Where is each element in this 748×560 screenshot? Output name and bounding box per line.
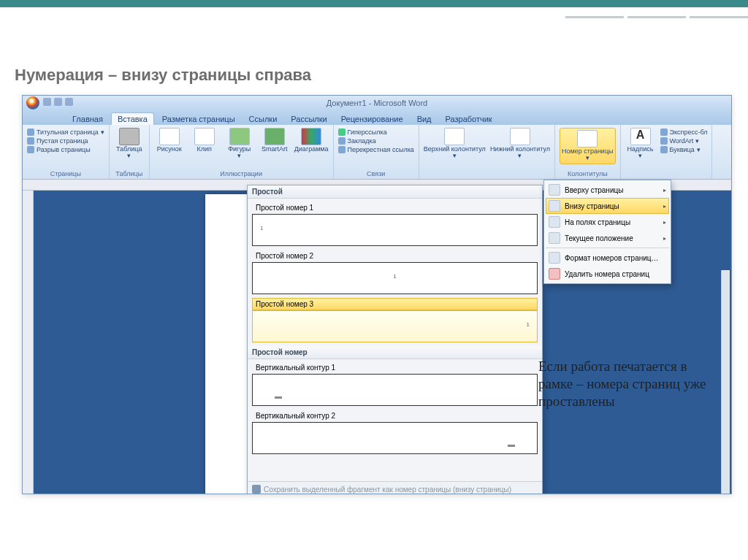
table-icon <box>119 128 140 145</box>
page-icon <box>27 137 34 145</box>
slide-title: Нумерация – внизу страницы справа <box>15 66 311 85</box>
crossref-icon <box>338 146 346 153</box>
table-button[interactable]: Таблица▾ <box>114 128 145 160</box>
slide-decorative-dashes <box>565 16 748 18</box>
page-bottom-icon <box>549 200 560 212</box>
dropcap-icon <box>660 146 668 153</box>
shapes-icon <box>229 128 250 145</box>
group-pages: Титульная страница ▾ Пустая страница Раз… <box>23 125 110 179</box>
gallery-item-plain-3[interactable]: Простой номер 3 1 <box>252 298 538 342</box>
gallery-section-shape: Простой номер <box>248 346 542 359</box>
submenu-remove-numbers[interactable]: Удалить номера страниц <box>546 266 669 282</box>
tab-view[interactable]: Вид <box>411 113 438 125</box>
word-window: Документ1 - Microsoft Word Главная Встав… <box>22 95 732 494</box>
gallery-save-selection[interactable]: Сохранить выделенный фрагмент как номер … <box>248 481 542 494</box>
footer-button[interactable]: Нижний колонтитул▾ <box>490 128 550 160</box>
group-links: Гиперссылка Закладка Перекрестная ссылка… <box>334 125 419 179</box>
submenu-format-numbers[interactable]: Формат номеров страниц… <box>546 250 669 266</box>
chart-icon <box>301 128 321 145</box>
ribbon: Титульная страница ▾ Пустая страница Раз… <box>23 125 731 180</box>
tab-developer[interactable]: Разработчик <box>440 113 498 125</box>
save-icon <box>252 485 261 494</box>
picture-icon <box>159 128 180 145</box>
group-page-number: Номер страницы▾ Колонтитулы <box>555 125 620 179</box>
page-break-button[interactable]: Разрыв страницы <box>27 145 104 154</box>
window-title: Документ1 - Microsoft Word <box>327 99 427 107</box>
header-icon <box>444 128 465 145</box>
cursor-icon <box>549 232 560 244</box>
submenu-separator <box>546 248 669 248</box>
page-margin-icon <box>549 216 560 228</box>
gallery-item-plain-1[interactable]: Простой номер 1 1 <box>252 202 538 246</box>
gallery-item-vertical-2[interactable]: Вертикальный контур 2 <box>252 410 538 454</box>
gallery-item-plain-2[interactable]: Простой номер 2 1 <box>252 250 538 294</box>
smartart-icon <box>264 128 285 145</box>
clipart-icon <box>194 128 215 145</box>
titlebar: Документ1 - Microsoft Word <box>23 96 731 110</box>
tab-home[interactable]: Главная <box>66 113 109 125</box>
submenu-top-of-page[interactable]: Вверху страницы▸ <box>546 182 669 198</box>
blank-page-button[interactable]: Пустая страница <box>27 137 104 145</box>
shapes-button[interactable]: Фигуры▾ <box>224 128 255 160</box>
quickparts-button[interactable]: Экспресс-бл <box>660 128 708 137</box>
tab-mailings[interactable]: Рассылки <box>285 113 332 125</box>
annotation-text: Если работа печатается в рамке – номера … <box>538 358 721 410</box>
format-icon <box>549 252 560 264</box>
page-icon <box>27 129 34 136</box>
submenu-bottom-of-page[interactable]: Внизу страницы▸ <box>546 198 669 214</box>
hyperlink-button[interactable]: Гиперссылка <box>338 128 414 137</box>
office-button-icon[interactable] <box>26 96 39 110</box>
tab-review[interactable]: Рецензирование <box>335 113 409 125</box>
quickparts-icon <box>660 129 668 136</box>
chart-button[interactable]: Диаграмма <box>294 128 329 153</box>
wordart-button[interactable]: WordArt ▾ <box>660 137 708 145</box>
group-tables: Таблица▾ Таблицы <box>110 125 150 179</box>
page-top-icon <box>549 184 560 196</box>
page-number-submenu: Вверху страницы▸ Внизу страницы▸ На поля… <box>543 180 671 284</box>
vertical-ruler[interactable] <box>23 191 34 494</box>
tab-page-layout[interactable]: Разметка страницы <box>156 113 241 125</box>
tab-insert[interactable]: Вставка <box>111 112 154 125</box>
gallery-item-vertical-1[interactable]: Вертикальный контур 1 <box>252 361 538 406</box>
submenu-current-position[interactable]: Текущее положение▸ <box>546 230 669 246</box>
group-header-footer: Верхний колонтитул▾ Нижний колонтитул▾ <box>419 125 555 179</box>
page-number-gallery: Простой Простой номер 1 1 Простой номер … <box>247 185 543 494</box>
bookmark-icon <box>338 137 346 145</box>
group-illustrations: Рисунок Клип Фигуры▾ SmartArt Диаграмма … <box>150 125 334 179</box>
picture-button[interactable]: Рисунок <box>154 128 185 153</box>
cover-page-button[interactable]: Титульная страница ▾ <box>27 128 104 137</box>
break-icon <box>27 146 34 153</box>
gallery-section-simple: Простой <box>248 185 542 199</box>
tab-references[interactable]: Ссылки <box>243 113 283 125</box>
quick-access-toolbar[interactable] <box>43 98 73 106</box>
textbox-icon <box>630 128 651 145</box>
clip-button[interactable]: Клип <box>189 128 220 153</box>
page-number-button[interactable]: Номер страницы▾ <box>560 128 615 164</box>
footer-icon <box>510 128 530 145</box>
smartart-button[interactable]: SmartArt <box>259 128 290 153</box>
dropcap-button[interactable]: Буквица ▾ <box>660 145 708 154</box>
delete-icon <box>549 268 560 280</box>
globe-icon <box>338 129 346 136</box>
slide-top-border <box>0 0 748 7</box>
group-text: Надпись▾ Экспресс-бл WordArt ▾ Буквица ▾ <box>621 125 713 179</box>
pagenumber-icon <box>577 130 598 147</box>
wordart-icon <box>660 137 668 145</box>
submenu-page-margins[interactable]: На полях страницы▸ <box>546 214 669 230</box>
textbox-button[interactable]: Надпись▾ <box>625 128 656 160</box>
ribbon-tabs: Главная Вставка Разметка страницы Ссылки… <box>23 110 731 125</box>
crossref-button[interactable]: Перекрестная ссылка <box>338 145 414 154</box>
vertical-scrollbar[interactable] <box>721 270 730 494</box>
header-button[interactable]: Верхний колонтитул▾ <box>424 128 486 160</box>
bookmark-button[interactable]: Закладка <box>338 137 414 145</box>
